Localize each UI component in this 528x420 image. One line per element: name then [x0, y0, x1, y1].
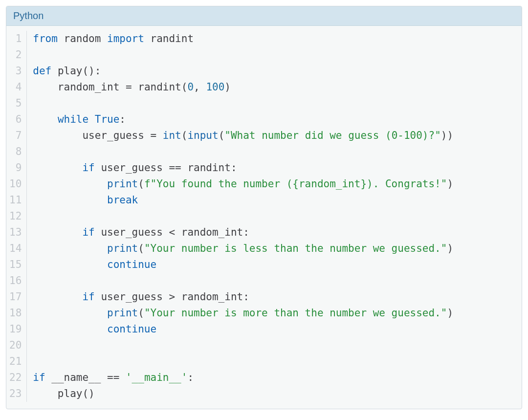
line-number: 18: [9, 305, 22, 321]
code-line: if user_guess > random_int:: [33, 289, 515, 305]
code-line: if __name__ == '__main__':: [33, 370, 515, 386]
code-line: random_int = randint(0, 100): [33, 79, 515, 95]
line-number: 22: [9, 370, 22, 386]
code-language-label: Python: [13, 10, 44, 21]
line-number: 3: [9, 63, 22, 79]
line-number: 15: [9, 257, 22, 273]
line-number: 10: [9, 176, 22, 192]
line-number: 2: [9, 47, 22, 63]
line-number: 8: [9, 144, 22, 160]
code-line: continue: [33, 257, 515, 273]
code-line: continue: [33, 321, 515, 337]
code-line: play(): [33, 386, 515, 402]
code-line: [33, 208, 515, 224]
line-number: 14: [9, 241, 22, 257]
code-language-header: Python: [6, 6, 522, 26]
line-number: 19: [9, 321, 22, 337]
code-line: [33, 144, 515, 160]
line-number: 13: [9, 224, 22, 241]
line-number: 23: [9, 386, 22, 402]
line-number: 6: [9, 111, 22, 128]
code-line: [33, 47, 515, 63]
line-number: 1: [9, 31, 22, 47]
line-number: 12: [9, 208, 22, 224]
line-number: 16: [9, 273, 22, 289]
code-line: [33, 95, 515, 111]
line-number: 17: [9, 289, 22, 305]
code-line: [33, 354, 515, 370]
code-line: print(f"You found the number ({random_in…: [33, 176, 515, 192]
code-line: print("Your number is more than the numb…: [33, 305, 515, 321]
code-line: if user_guess < random_int:: [33, 224, 515, 241]
code-line: def play():: [33, 63, 515, 79]
code-block: Python 123456789101112131415161718192021…: [6, 6, 522, 409]
code-line: while True:: [33, 111, 515, 128]
line-number: 7: [9, 128, 22, 144]
code-line: from random import randint: [33, 31, 515, 47]
line-number: 9: [9, 160, 22, 176]
line-number: 20: [9, 337, 22, 354]
code-line: print("Your number is less than the numb…: [33, 241, 515, 257]
code-line: user_guess = int(input("What number did …: [33, 128, 515, 144]
code-body: 1234567891011121314151617181920212223 fr…: [6, 26, 522, 409]
code-line: if user_guess == randint:: [33, 160, 515, 176]
line-number: 4: [9, 79, 22, 95]
line-number-gutter: 1234567891011121314151617181920212223: [6, 31, 27, 402]
code-content[interactable]: from random import randint def play(): r…: [27, 31, 522, 402]
code-line: [33, 273, 515, 289]
code-line: [33, 337, 515, 354]
code-line: break: [33, 192, 515, 208]
line-number: 11: [9, 192, 22, 208]
line-number: 21: [9, 354, 22, 370]
line-number: 5: [9, 95, 22, 111]
